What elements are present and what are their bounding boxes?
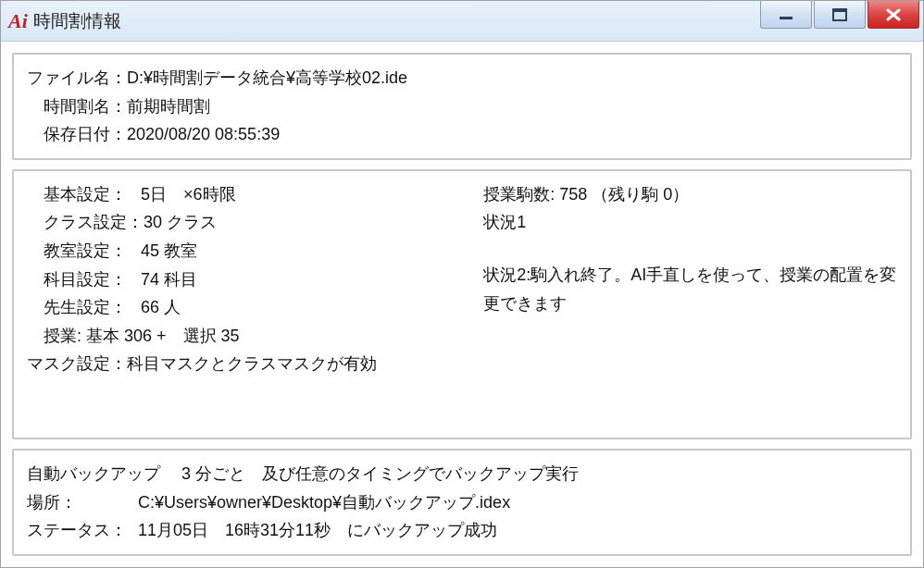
lesson-line: 授業: 基本 306 + 選択 35 xyxy=(44,322,240,351)
mask-setting-value: 科目マスクとクラスマスクが有効 xyxy=(127,350,377,378)
class-setting-label: クラス設定： xyxy=(44,208,144,237)
file-info-panel: ファイル名： D:¥時間割データ統合¥高等学校02.ide 時間割名： 前期時間… xyxy=(12,53,912,160)
backup-location-value: C:¥Users¥owner¥Desktop¥自動バックアップ.idex xyxy=(138,488,510,517)
window-title: 時間割情報 xyxy=(33,9,758,33)
content-area: ファイル名： D:¥時間割データ統合¥高等学校02.ide 時間割名： 前期時間… xyxy=(1,42,923,567)
situation2: 状況2:駒入れ終了。AI手直しを使って、授業の配置を変更できます xyxy=(483,261,897,317)
schedule-name-value: 前期時間割 xyxy=(127,93,210,121)
subject-setting-label: 科目設定： xyxy=(44,265,141,294)
class-setting-value: 30 クラス xyxy=(144,208,217,237)
close-button[interactable] xyxy=(868,1,919,29)
settings-status-panel: 基本設定：5日 ×6時限 クラス設定：30 クラス 教室設定：45 教室 科目設… xyxy=(12,169,912,439)
window: Ai 時間割情報 ファイル名： D:¥時間割データ統合¥高等学校02.ide 時… xyxy=(0,0,924,568)
situation1: 状況1 xyxy=(483,208,897,237)
backup-panel: 自動バックアップ 3 分ごと 及び任意のタイミングでバックアップ実行 場所： C… xyxy=(12,449,912,556)
save-date-value: 2020/08/20 08:55:39 xyxy=(127,120,280,149)
room-setting-value: 45 教室 xyxy=(141,237,197,265)
svg-rect-0 xyxy=(780,17,793,19)
titlebar[interactable]: Ai 時間割情報 xyxy=(1,1,923,42)
teacher-setting-value: 66 人 xyxy=(141,293,181,322)
app-icon: Ai xyxy=(8,9,28,33)
settings-column: 基本設定：5日 ×6時限 クラス設定：30 クラス 教室設定：45 教室 科目設… xyxy=(27,180,461,428)
lesson-pieces: 授業駒数: 758 （残り駒 0） xyxy=(483,180,897,209)
maximize-button[interactable] xyxy=(814,1,866,29)
mask-setting-label: マスク設定： xyxy=(27,350,127,378)
backup-status-value: 11月05日 16時31分11秒 にバックアップ成功 xyxy=(138,516,497,545)
subject-setting-value: 74 科目 xyxy=(141,265,197,294)
status-column: 授業駒数: 758 （残り駒 0） 状況1 状況2:駒入れ終了。AI手直しを使っ… xyxy=(483,180,897,428)
backup-status-label: ステータス： xyxy=(27,516,138,545)
backup-location-label: 場所： xyxy=(27,488,138,517)
file-name-label: ファイル名： xyxy=(27,64,127,93)
teacher-setting-label: 先生設定： xyxy=(44,293,141,322)
backup-interval: 自動バックアップ 3 分ごと 及び任意のタイミングでバックアップ実行 xyxy=(27,460,897,488)
save-date-label: 保存日付： xyxy=(44,120,127,149)
basic-setting-value: 5日 ×6時限 xyxy=(141,180,236,209)
schedule-name-label: 時間割名： xyxy=(44,93,127,121)
minimize-button[interactable] xyxy=(760,1,812,29)
svg-rect-2 xyxy=(833,9,846,12)
basic-setting-label: 基本設定： xyxy=(44,180,141,209)
window-controls xyxy=(758,1,923,41)
room-setting-label: 教室設定： xyxy=(44,237,141,265)
file-name-value: D:¥時間割データ統合¥高等学校02.ide xyxy=(127,64,407,93)
